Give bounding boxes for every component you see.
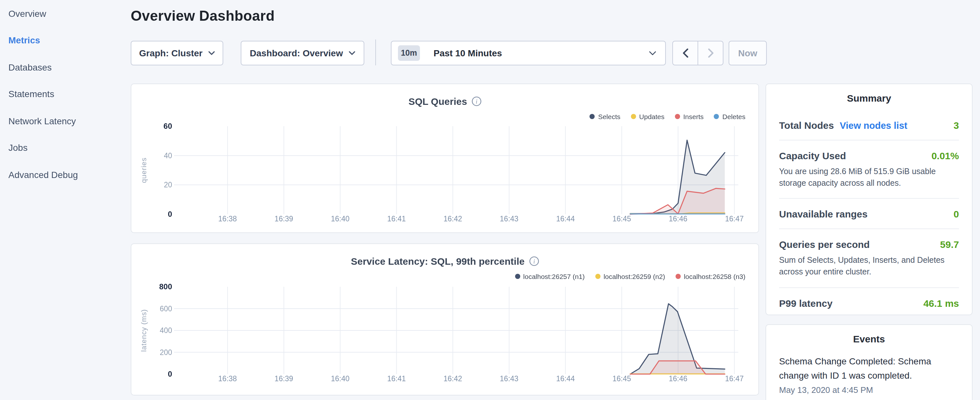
toolbar: Graph: Cluster Dashboard: Overview 10m P… [131,41,778,65]
svg-text:queries: queries [140,157,148,183]
sidebar: Overview Metrics Databases Statements Ne… [0,0,131,400]
page-title: Overview Dashboard [131,8,275,25]
sql-queries-plot[interactable]: 16:3816:3916:4016:4116:4216:4316:4416:45… [131,84,758,233]
summary-row-p99-latency: P99 latency 46.1 ms [779,288,959,317]
view-nodes-list-link[interactable]: View nodes list [840,120,907,131]
svg-text:16:39: 16:39 [275,375,293,383]
sidebar-item-jobs[interactable]: Jobs [0,134,131,161]
summary-value: 59.7 [940,239,959,250]
svg-text:800: 800 [159,282,172,291]
summary-label: P99 latency [779,297,832,308]
svg-text:latency (ms): latency (ms) [140,309,148,352]
svg-text:16:40: 16:40 [331,375,350,383]
svg-text:16:38: 16:38 [218,215,237,223]
chevron-down-icon [208,51,215,55]
svg-text:200: 200 [160,348,172,357]
summary-label: Capacity Used [779,150,846,161]
svg-text:0: 0 [168,210,172,218]
svg-text:16:43: 16:43 [500,375,519,383]
summary-value: 0 [953,209,959,220]
summary-row-capacity-used: Capacity Used 0.01% You are using 28.6 M… [779,140,959,198]
svg-text:16:47: 16:47 [725,215,744,223]
summary-value: 0.01% [931,150,959,161]
summary-value: 46.1 ms [923,297,959,308]
graph-dropdown-label: Graph: Cluster [139,48,202,58]
chevron-right-icon [708,49,713,57]
events-title: Events [779,333,959,346]
svg-text:16:40: 16:40 [331,215,350,223]
events-panel: Events Schema Change Completed: Schema c… [765,324,972,400]
sidebar-item-statements[interactable]: Statements [0,81,131,107]
summary-label: Unavailable ranges [779,209,867,220]
event-message: Schema Change Completed: Schema change w… [779,354,959,383]
svg-text:16:43: 16:43 [500,215,519,223]
sql-queries-chart-card: SQL Queries i SelectsUpdatesInsertsDelet… [131,83,759,233]
summary-title: Summary [779,92,959,105]
chevron-down-icon [349,51,355,55]
svg-text:16:46: 16:46 [669,375,687,383]
service-latency-plot[interactable]: 16:3816:3916:4016:4116:4216:4316:4416:45… [131,244,758,395]
summary-panel: Summary Total Nodes View nodes list 3 Ca… [765,83,972,315]
svg-text:16:44: 16:44 [556,375,575,383]
svg-text:16:42: 16:42 [444,215,462,223]
time-back-button[interactable] [673,41,698,65]
svg-text:16:38: 16:38 [218,375,237,383]
svg-text:400: 400 [160,326,172,335]
svg-text:16:45: 16:45 [612,375,631,383]
svg-text:16:41: 16:41 [387,215,406,223]
svg-text:40: 40 [164,151,172,160]
time-forward-button[interactable] [698,41,723,65]
svg-text:16:47: 16:47 [725,375,744,383]
svg-text:16:39: 16:39 [275,215,293,223]
summary-description: Sum of Selects, Updates, Inserts, and De… [779,255,959,278]
summary-row-unavailable-ranges: Unavailable ranges 0 [779,199,959,229]
dashboard-dropdown[interactable]: Dashboard: Overview [241,41,364,65]
sidebar-item-overview[interactable]: Overview [0,0,131,27]
svg-text:60: 60 [163,122,172,131]
summary-label: Queries per second [779,239,870,250]
svg-text:20: 20 [164,180,172,189]
time-range-selector[interactable]: 10m Past 10 Minutes [391,41,666,65]
summary-row-total-nodes: Total Nodes View nodes list 3 [779,110,959,140]
summary-row-queries-per-second: Queries per second 59.7 Sum of Selects, … [779,229,959,287]
svg-text:16:42: 16:42 [444,375,462,383]
summary-description: You are using 28.6 MiB of 515.9 GiB usab… [779,166,959,189]
sidebar-item-advanced-debug[interactable]: Advanced Debug [0,161,131,188]
svg-text:0: 0 [168,370,172,378]
sidebar-item-databases[interactable]: Databases [0,54,131,81]
summary-value: 3 [953,120,959,131]
sidebar-item-network-latency[interactable]: Network Latency [0,107,131,134]
svg-text:16:41: 16:41 [387,375,406,383]
chevron-left-icon [682,49,688,57]
summary-label: Total Nodes [779,120,834,131]
svg-text:16:44: 16:44 [556,215,575,223]
app-root: Overview Metrics Databases Statements Ne… [0,0,980,400]
time-pager [672,41,724,65]
dashboard-dropdown-label: Dashboard: Overview [250,48,343,58]
toolbar-divider [375,40,376,65]
time-range-label: Past 10 Minutes [434,48,502,58]
service-latency-chart-card: Service Latency: SQL, 99th percentile i … [131,243,759,395]
graph-dropdown[interactable]: Graph: Cluster [131,41,223,65]
time-range-badge: 10m [398,45,420,61]
now-button[interactable]: Now [729,41,767,65]
svg-text:600: 600 [160,304,172,313]
svg-text:16:45: 16:45 [612,215,631,223]
event-item[interactable]: Schema Change Completed: Schema change w… [779,354,959,395]
event-timestamp: May 13, 2020 at 4:45 PM [779,385,959,395]
svg-text:16:46: 16:46 [669,215,687,223]
chevron-down-icon [649,51,656,55]
sidebar-item-metrics[interactable]: Metrics [0,27,131,54]
